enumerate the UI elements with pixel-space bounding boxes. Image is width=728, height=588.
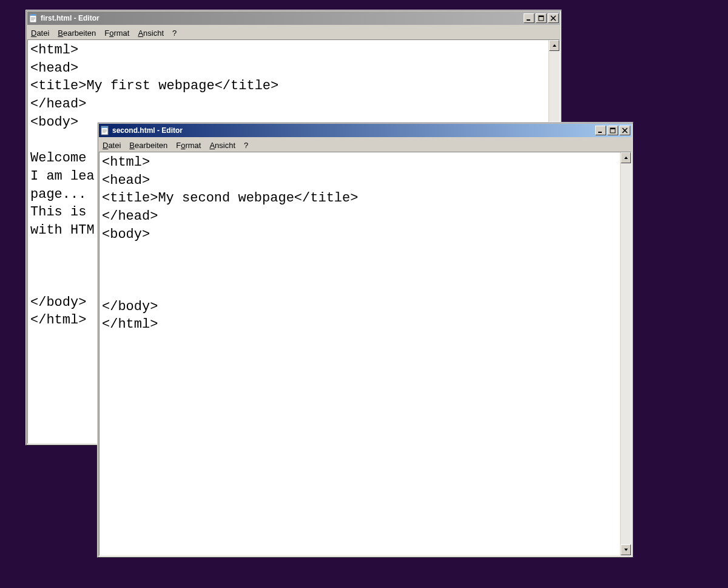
menu-ansicht[interactable]: Ansicht — [138, 29, 164, 38]
client-area: <html> <head> <title>My second webpage</… — [99, 152, 632, 556]
scroll-track[interactable] — [621, 163, 631, 544]
scroll-up-button[interactable] — [621, 152, 631, 163]
maximize-button[interactable] — [536, 13, 547, 23]
window-controls — [595, 126, 630, 135]
svg-rect-1 — [30, 14, 36, 16]
svg-rect-5 — [527, 19, 530, 21]
close-button[interactable] — [548, 13, 559, 23]
menu-bearbeiten[interactable]: Bearbeiten — [58, 29, 96, 38]
titlebar-second[interactable]: second.html - Editor — [99, 124, 632, 137]
vertical-scrollbar[interactable] — [620, 152, 631, 555]
svg-rect-15 — [610, 128, 615, 129]
menu-help[interactable]: ? — [244, 141, 248, 150]
close-button[interactable] — [619, 126, 630, 135]
minimize-button[interactable] — [524, 13, 534, 23]
window-title: first.html - Editor — [41, 14, 524, 22]
desktop: first.html - Editor Datei Bearbeiten For… — [0, 0, 728, 588]
svg-rect-13 — [598, 132, 602, 133]
svg-rect-7 — [539, 16, 544, 17]
scroll-down-button[interactable] — [621, 544, 631, 555]
notepad-icon — [100, 126, 110, 135]
scroll-up-button[interactable] — [549, 40, 559, 51]
maximize-button[interactable] — [607, 126, 618, 135]
menu-bearbeiten[interactable]: Bearbeiten — [129, 141, 167, 150]
menu-ansicht[interactable]: Ansicht — [209, 141, 235, 150]
menubar: Datei Bearbeiten Format Ansicht ? — [27, 26, 560, 39]
window-title: second.html - Editor — [112, 126, 595, 135]
notepad-icon — [29, 13, 38, 23]
window-controls — [524, 13, 559, 23]
editor-textarea[interactable]: <html> <head> <title>My second webpage</… — [99, 152, 620, 555]
minimize-button[interactable] — [595, 126, 606, 135]
menu-datei[interactable]: Datei — [103, 141, 121, 150]
menu-format[interactable]: Format — [176, 141, 201, 150]
window-second[interactable]: second.html - Editor Datei Bearbeiten Fo… — [97, 122, 633, 558]
svg-rect-9 — [101, 126, 108, 128]
titlebar-first[interactable]: first.html - Editor — [27, 12, 560, 25]
menubar: Datei Bearbeiten Format Ansicht ? — [99, 138, 632, 152]
menu-help[interactable]: ? — [172, 29, 177, 38]
menu-datei[interactable]: Datei — [31, 29, 49, 38]
menu-format[interactable]: Format — [104, 29, 129, 38]
